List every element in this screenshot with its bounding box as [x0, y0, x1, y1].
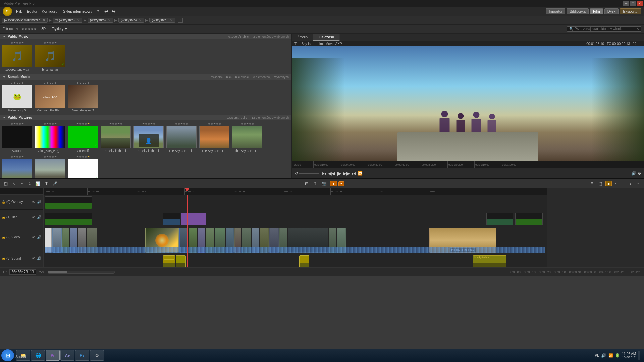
show-desktop-button[interactable]	[638, 351, 640, 360]
redo-button[interactable]: ↪	[110, 9, 117, 14]
media-item-sky2[interactable]: ★★★★★ 👤 The-Sky-is-the-Li...	[133, 122, 164, 153]
sound-clip-2[interactable]	[176, 255, 186, 267]
taskbar-settings-app[interactable]: ⚙	[90, 350, 104, 361]
preview-vol-icon-button[interactable]: 🔊	[631, 171, 636, 176]
title-lock-button[interactable]: 🔒	[1, 216, 6, 219]
preview-fullscreen-button[interactable]: ⊞	[639, 42, 641, 46]
title-clip-last[interactable]	[486, 213, 513, 225]
media-item-black[interactable]: ★★★★★ Black.tif	[2, 122, 32, 153]
breadcrumb-fx[interactable]: fx (wszystko) ✕	[53, 18, 82, 23]
title-eye-button[interactable]: 👁	[32, 215, 36, 219]
media-item-sky1[interactable]: ★★★★★ The-Sky-is-the-Li...	[101, 122, 131, 153]
tl-tool-1[interactable]: ⬚	[3, 181, 9, 187]
media-item-sky5[interactable]: ★★★★★ The-Sky-is-the-Li...	[232, 122, 262, 153]
media-item-sky3[interactable]: ★★★★★ The-Sky-is-the-Li...	[166, 122, 197, 153]
taskbar-photoshop[interactable]: Ps	[75, 350, 89, 361]
taskbar-aftereffects[interactable]: Ae	[60, 350, 74, 361]
export-button[interactable]: Eksportuj	[620, 8, 641, 14]
filter-3d-button[interactable]: 3D	[40, 27, 47, 31]
sound-vol-button[interactable]: 🔊	[37, 256, 42, 261]
start-button[interactable]: ⊞	[1, 349, 14, 361]
sound-clip-3[interactable]: →	[299, 255, 309, 267]
tl-right-btn3[interactable]: ■	[605, 181, 612, 186]
menu-edytuj[interactable]: Edytuj	[27, 9, 37, 13]
tl-right-btn5[interactable]: ⟶	[624, 181, 633, 187]
sound-lock-button[interactable]: 🔒	[1, 257, 6, 260]
preview-settings2-button[interactable]: ⚙	[638, 171, 641, 176]
tl-tool-ripple[interactable]: ⤵	[27, 181, 32, 187]
breadcrumb-all2[interactable]: (wszystko) ✕	[118, 18, 144, 23]
sound-eye-button[interactable]: 👁	[32, 256, 36, 260]
close-button[interactable]: ✕	[637, 1, 643, 6]
title-clip-3[interactable]	[181, 213, 206, 225]
section-public-music-header[interactable]: ▼ Public Music c:\Users\Public 2 element…	[0, 34, 291, 39]
tl-right-btn2[interactable]: ⬚	[597, 181, 603, 187]
section-sample-music-header[interactable]: ▼ Sample Music c:\Users\Public\Public Mu…	[0, 74, 291, 80]
breadcrumb-close-2[interactable]: ✕	[77, 18, 80, 22]
sound-clip-1[interactable]: →	[163, 255, 175, 267]
import-button[interactable]: Importuj	[546, 8, 565, 14]
menu-help[interactable]: ?	[97, 9, 99, 13]
search-clear-icon[interactable]: ✕	[636, 27, 639, 31]
preview-step-back-button[interactable]: ◀◀	[328, 171, 335, 176]
undo-button[interactable]: ↩	[103, 9, 110, 14]
tl-tool-text[interactable]: T	[44, 180, 49, 187]
preview-volume-slider[interactable]	[299, 173, 319, 174]
search-input[interactable]	[575, 27, 635, 31]
media-item-sky7[interactable]: ★★★★★ The-Sky-is-the-Li...	[35, 155, 65, 178]
breadcrumb-all3[interactable]: (wszystko) ✕	[149, 18, 175, 23]
preview-loop-button[interactable]: ⟲	[294, 171, 298, 176]
tl-right-btn1[interactable]: ⊞	[589, 181, 595, 187]
tl-tool-chart[interactable]: 📊	[34, 181, 42, 187]
breadcrumb-all-media[interactable]: ▶ Wszystkie multimedia ✕	[2, 18, 48, 23]
battery-tray-icon[interactable]: 🔋	[615, 353, 620, 358]
preview-play-button[interactable]: ▶	[337, 170, 341, 177]
breadcrumb-close-5[interactable]: ✕	[170, 18, 173, 22]
preview-skip-start-button[interactable]: ⏮	[322, 171, 327, 176]
breadcrumb-all1[interactable]: (wszystko) ✕	[88, 18, 113, 23]
menu-konfiguruj[interactable]: Konfiguruj	[42, 9, 58, 13]
media-item-sleep[interactable]: ★★★★★ Sleep Away.mp3	[68, 82, 98, 112]
overlay-eye-button[interactable]: 👁	[32, 200, 36, 204]
menu-sklep[interactable]: Sklep internetowy	[63, 9, 92, 13]
preview-loop2-button[interactable]: 🔁	[358, 171, 363, 176]
tab-timeline[interactable]: Oś czasu	[313, 34, 340, 41]
media-item-kalimba[interactable]: ★★★★★ 🐸 Kalimba.mp3	[2, 82, 32, 112]
tc-display[interactable]: 00:00:29:13	[9, 269, 36, 275]
tab-source[interactable]: Źródło	[292, 34, 313, 41]
tl-tool-pointer[interactable]: ↖	[11, 181, 17, 187]
sound-clip-end[interactable]: the-sky-is-the-l...	[473, 255, 506, 267]
media-item-maid[interactable]: ★★★★★ BILL...FLAX Maid with the Flax...	[35, 82, 65, 112]
media-item-sky4[interactable]: ★★★★★ The-Sky-is-the-Li...	[199, 122, 229, 153]
menu-plik[interactable]: Plik	[16, 9, 22, 13]
section-public-pictures-header[interactable]: ▼ Public Pictures c:\Users\Public 12 ele…	[0, 115, 291, 120]
tl-tool-mic[interactable]: 🎤	[51, 181, 59, 187]
preview-step-fwd-button[interactable]: ▶▶	[343, 171, 350, 176]
tl-panel-btn3[interactable]: 📷	[320, 181, 328, 187]
tl-right-btn4[interactable]: ⟵	[614, 181, 622, 187]
title-clip-2[interactable]	[163, 213, 180, 225]
tl-panel-btn1[interactable]: ⊟	[304, 181, 310, 187]
disk-button[interactable]: Dysk	[604, 8, 619, 14]
video-vol-button[interactable]: 🔊	[37, 235, 42, 239]
library-button[interactable]: Biblioteka	[567, 8, 589, 14]
breadcrumb-add-button[interactable]: +	[178, 18, 183, 23]
title-vol-button[interactable]: 🔊	[37, 215, 42, 219]
media-item-1000hz[interactable]: ★★★★★ 🎵 1000Hz-tone.wav	[2, 41, 32, 71]
breadcrumb-close-4[interactable]: ✕	[139, 18, 142, 22]
preview-expand-button[interactable]: ⛶	[633, 42, 636, 46]
media-item-white[interactable]: ★★★★★ ✓	[68, 155, 98, 178]
media-item-green[interactable]: ★★★★★ ✓ Green.tif	[68, 122, 98, 153]
overlay-vol-button[interactable]: 🔊	[37, 200, 42, 204]
media-item-sky6[interactable]: ★★★★★ The-Sky-is-the-Li...	[2, 155, 32, 178]
tl-right-btn6[interactable]: ↔	[635, 181, 641, 187]
video-lock-button[interactable]: 🔒	[1, 236, 6, 239]
preview-skip-end-button[interactable]: ⏭	[352, 171, 356, 176]
taskbar-chrome[interactable]: 🌐	[31, 350, 45, 361]
breadcrumb-close-1[interactable]: ✕	[43, 18, 45, 22]
taskbar-premiere[interactable]: Pr	[46, 350, 60, 361]
video-eye-button[interactable]: 👁	[32, 235, 36, 239]
filter-labels-button[interactable]: Etykiety ▼	[50, 27, 69, 31]
overlay-lock-button[interactable]: 🔒	[1, 200, 6, 204]
overlay-clip-1[interactable]	[45, 196, 92, 209]
